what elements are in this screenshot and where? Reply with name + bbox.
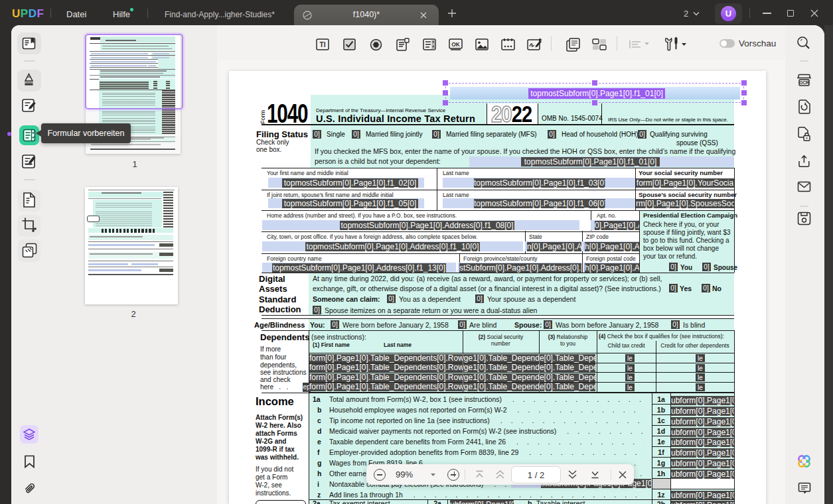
svg-text:TI: TI [320,41,326,48]
svg-text:OK: OK [451,41,461,48]
svg-text:OCR: OCR [799,80,809,85]
